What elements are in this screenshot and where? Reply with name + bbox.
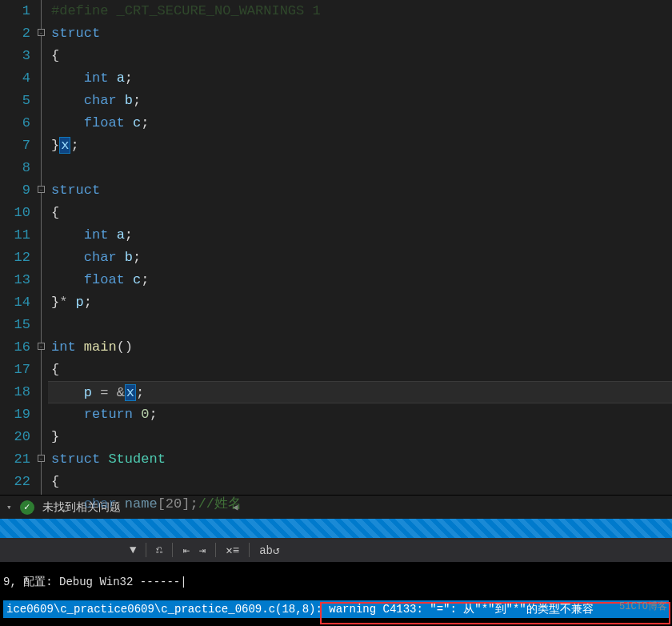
line-number: 14 <box>0 291 30 314</box>
line-number: 15 <box>0 314 30 336</box>
next-message-icon[interactable]: ⇥ <box>199 544 206 557</box>
wrap-icon[interactable]: ab↺ <box>259 544 279 557</box>
line-number: 20 <box>0 426 30 448</box>
output-pane[interactable]: 9, 配置: Debug Win32 ------| ice0609\c_pra… <box>0 562 672 626</box>
separator <box>172 543 173 557</box>
fold-toggle-icon[interactable]: - <box>38 343 45 350</box>
code-line[interactable]: #define _CRT_SECURE_NO_WARNINGS 1 <box>48 0 672 22</box>
highlight-match: x <box>125 384 136 401</box>
dropdown-icon[interactable]: ▾ <box>6 502 12 512</box>
code-line[interactable]: { <box>48 45 672 67</box>
output-line: 9, 配置: Debug Win32 ------| <box>3 575 669 589</box>
code-line[interactable]: { <box>48 359 672 381</box>
goto-icon[interactable]: ⎌ <box>156 544 162 556</box>
code-line[interactable]: char b; <box>48 90 672 112</box>
code-line[interactable] <box>48 157 672 179</box>
line-number: 10 <box>0 202 30 224</box>
fold-toggle-icon[interactable]: - <box>38 29 45 36</box>
separator <box>215 543 216 557</box>
code-line[interactable]: int a; <box>48 224 672 247</box>
code-editor[interactable]: 1 2 3 4 5 6 7 8 9 10 11 12 13 14 15 16 1… <box>0 0 672 495</box>
code-line[interactable]: { <box>48 471 672 493</box>
line-number: 6 <box>0 112 30 134</box>
code-line[interactable]: }x; <box>48 134 672 157</box>
line-number: 17 <box>0 359 30 381</box>
separator <box>146 543 146 557</box>
code-line[interactable]: { <box>48 202 672 224</box>
line-number: 11 <box>0 224 30 247</box>
line-number: 19 <box>0 403 30 426</box>
clear-icon[interactable]: ✕≡ <box>226 544 239 557</box>
dropdown-icon[interactable]: ▼ <box>130 544 136 556</box>
watermark: 51CTO博客 <box>619 600 667 613</box>
line-number-gutter: 1 2 3 4 5 6 7 8 9 10 11 12 13 14 15 16 1… <box>0 0 37 495</box>
line-number: 1 <box>0 0 30 22</box>
line-number: 22 <box>0 471 30 493</box>
code-line[interactable]: struct Student <box>48 448 672 471</box>
code-line[interactable] <box>48 314 672 336</box>
code-content[interactable]: #define _CRT_SECURE_NO_WARNINGS 1 struct… <box>48 0 672 495</box>
line-number: 4 <box>0 67 30 90</box>
output-toolbar[interactable]: ▼ ⎌ ⇤ ⇥ ✕≡ ab↺ <box>0 538 672 562</box>
check-icon: ✓ <box>20 500 34 515</box>
prev-message-icon[interactable]: ⇤ <box>182 544 189 557</box>
debug-status-bar <box>0 519 672 538</box>
separator <box>249 543 250 557</box>
fold-column[interactable]: - - - - <box>37 0 48 495</box>
code-line[interactable]: struct <box>48 179 672 202</box>
line-number: 7 <box>0 134 30 157</box>
line-number: 9 <box>0 179 30 202</box>
line-number: 5 <box>0 90 30 112</box>
code-line[interactable]: char b; <box>48 247 672 269</box>
code-line[interactable]: float c; <box>48 269 672 291</box>
current-line[interactable]: p = &x; <box>48 381 672 403</box>
code-line[interactable]: return 0; <box>48 403 672 426</box>
highlight-match: x <box>59 137 70 154</box>
line-number: 13 <box>0 269 30 291</box>
code-line[interactable]: } <box>48 426 672 448</box>
code-line[interactable]: char name[20];//姓名 <box>48 493 672 516</box>
code-line[interactable]: struct <box>48 22 672 45</box>
code-line[interactable]: float c; <box>48 112 672 134</box>
code-line[interactable]: }* p; <box>48 291 672 314</box>
code-line[interactable]: int main() <box>48 336 672 359</box>
line-number: 18 <box>0 381 30 403</box>
line-number: 2 <box>0 22 30 45</box>
line-number: 16 <box>0 336 30 359</box>
warning-highlight-box <box>320 602 670 624</box>
line-number: 12 <box>0 247 30 269</box>
fold-toggle-icon[interactable]: - <box>38 186 45 193</box>
line-number: 3 <box>0 45 30 67</box>
fold-toggle-icon[interactable]: - <box>38 455 45 462</box>
code-line[interactable]: int a; <box>48 67 672 90</box>
line-number: 8 <box>0 157 30 179</box>
line-number: 21 <box>0 448 30 471</box>
